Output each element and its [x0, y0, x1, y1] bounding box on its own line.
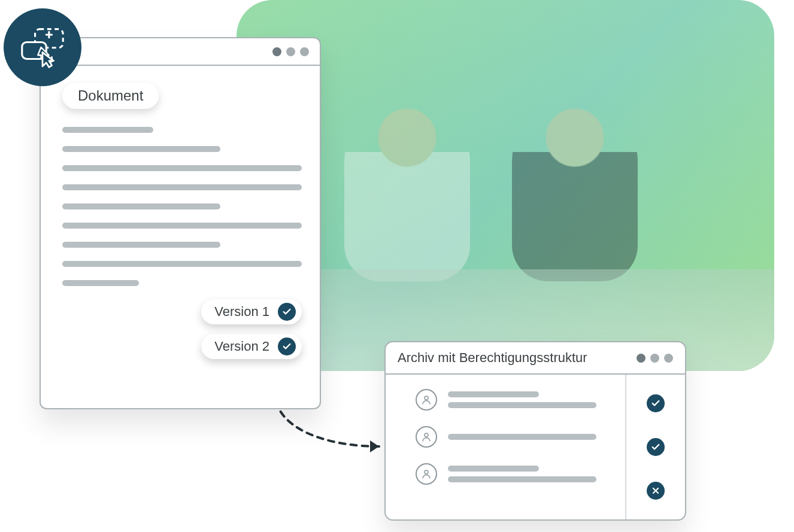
- deny-icon: [647, 482, 665, 500]
- svg-point-5: [425, 433, 428, 437]
- person-illustration: [512, 102, 638, 281]
- permission-placeholder: [448, 391, 613, 408]
- version-chip[interactable]: Version 2: [201, 334, 302, 359]
- window-dot: [300, 47, 309, 56]
- window-dot: [650, 354, 659, 363]
- brand-badge: [4, 8, 81, 86]
- check-icon: [278, 338, 296, 355]
- permission-placeholder: [448, 466, 613, 482]
- permission-row: [416, 389, 613, 411]
- version-chip[interactable]: Version 1: [201, 299, 302, 324]
- permission-list: [386, 375, 625, 519]
- window-dot: [664, 354, 673, 363]
- archive-window: Archiv mit Berechtigungsstruktur: [384, 341, 686, 521]
- permission-row: [416, 426, 613, 448]
- person-illustration: [344, 102, 470, 281]
- document-body-placeholder: [62, 127, 302, 286]
- check-icon: [647, 438, 665, 456]
- svg-point-6: [425, 470, 428, 474]
- window-titlebar: Archiv mit Berechtigungsstruktur: [386, 342, 685, 375]
- user-icon: [416, 426, 437, 448]
- user-icon: [416, 389, 437, 411]
- duplicate-window-icon: [19, 26, 66, 68]
- archive-title: Archiv mit Berechtigungsstruktur: [398, 350, 587, 366]
- window-titlebar: [41, 38, 320, 66]
- window-dot: [286, 47, 295, 56]
- check-icon: [278, 303, 296, 321]
- version-label: Version 2: [214, 339, 269, 354]
- version-label: Version 1: [214, 304, 269, 320]
- document-window: Dokument Version 1 Version 2: [40, 37, 321, 409]
- permission-row: [416, 463, 613, 485]
- svg-point-4: [425, 396, 428, 400]
- document-tag: Dokument: [62, 83, 159, 109]
- permission-placeholder: [448, 434, 613, 440]
- window-dots: [637, 354, 673, 363]
- user-icon: [416, 463, 437, 485]
- window-dot: [637, 354, 645, 363]
- check-icon: [647, 394, 665, 412]
- window-dot: [272, 47, 281, 56]
- permission-status-column: [625, 375, 685, 519]
- window-dots: [272, 47, 309, 56]
